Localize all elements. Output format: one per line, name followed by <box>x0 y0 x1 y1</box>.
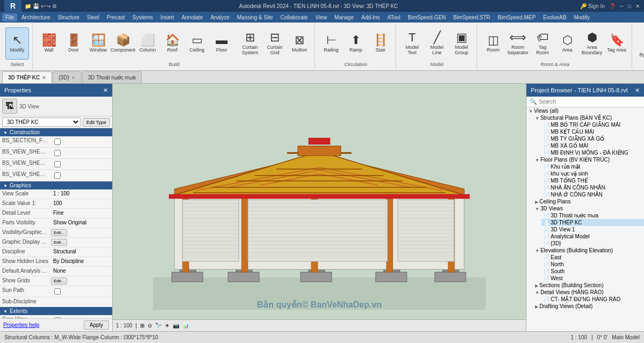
ribbon-btn-mullion[interactable]: ⊠ Mullion <box>288 27 311 60</box>
show-grids-edit-btn[interactable]: Edit... <box>51 278 67 284</box>
tab-close-3d[interactable]: ✕ <box>71 75 76 81</box>
menu-annotate[interactable]: Annotate <box>178 13 206 21</box>
menu-view[interactable]: View <box>312 13 331 21</box>
menu-steel[interactable]: Steel <box>84 13 103 21</box>
tree-item-mb-tong-the[interactable]: 📄 MB TỔNG THỂ <box>541 177 644 184</box>
menu-manage[interactable]: Manage <box>331 13 357 21</box>
search-input[interactable] <box>539 99 641 105</box>
properties-close-icon[interactable]: ✕ <box>103 87 108 94</box>
window-maximize[interactable]: □ <box>628 3 631 9</box>
menu-collaborate[interactable]: Collaborate <box>277 13 311 21</box>
viewport[interactable]: Bản quyền© BanVeNhaDep.vn 1 : 100 | ⊞ ⊙ … <box>113 84 526 331</box>
bs-view-sheet-2-cb[interactable] <box>54 161 61 167</box>
view-cube-icon[interactable]: ⊞ <box>140 323 144 329</box>
tab-close-3d-thep-kc[interactable]: ✕ <box>42 75 46 81</box>
tree-item-analytical-model[interactable]: 📄 Analytical Model <box>541 233 644 240</box>
ribbon-btn-room-separator[interactable]: ⟺ Room Separator <box>506 27 530 60</box>
ribbon-btn-column[interactable]: ⬜ Column <box>136 27 159 60</box>
view-controls-icon[interactable]: 🔭 <box>155 323 162 329</box>
tree-item-ct-mat-dung[interactable]: 📄 CT- MẶT ĐỨNG HÀNG RÀO <box>541 296 644 303</box>
tree-item-mb-ket-cau[interactable]: 📄 MB KẾT CẤU MÁI <box>541 128 644 135</box>
tree-item-3d-default[interactable]: 📄 {3D} <box>541 240 644 247</box>
tree-elevations[interactable]: Elevations (Building Elevation) <box>533 247 644 254</box>
ribbon-btn-window[interactable]: 🪟 Window <box>86 27 110 60</box>
tree-detail-views[interactable]: Detail Views (HÀNG RÀO) <box>533 289 644 296</box>
tree-item-south[interactable]: 📄 South <box>541 268 644 275</box>
ribbon-btn-tag-room[interactable]: 🏷 Tag Room <box>531 27 554 60</box>
tree-item-3d-thoat-nuoc[interactable]: 📄 3D Thoát nước mưa <box>541 212 644 219</box>
tab-3d[interactable]: {3D} ✕ <box>53 71 81 83</box>
tree-ceiling-plans[interactable]: Ceiling Plans <box>533 198 644 205</box>
tree-floor-plans[interactable]: Floor Plans (BV KIẾN TRÚC) <box>533 156 644 163</box>
properties-help-link[interactable]: Properties help <box>3 322 39 328</box>
edit-type-button[interactable]: Edit Type <box>83 118 110 127</box>
extents-section[interactable]: Extents <box>0 307 112 315</box>
menu-file[interactable]: File <box>2 13 17 21</box>
ribbon-btn-ramp[interactable]: ⬆ Ramp <box>344 27 368 60</box>
menu-precast[interactable]: Precast <box>104 13 128 21</box>
ribbon-btn-floor[interactable]: ▬ Floor <box>210 27 233 60</box>
ribbon-btn-stair[interactable]: 🪜 Stair <box>369 27 392 60</box>
menu-bimspeed-mep[interactable]: BimSpeed.MEP <box>495 13 539 21</box>
tree-item-mb-dinh-vi[interactable]: 📄 MB ĐỊNH VỊ MÓNG - ĐÀ KIỀNG <box>541 149 644 156</box>
steering-wheel-icon[interactable]: ⊙ <box>148 323 152 329</box>
tab-3d-thep-kc[interactable]: 3D THÉP KC ✕ <box>2 71 52 83</box>
menu-structure[interactable]: Structure <box>54 13 83 21</box>
ribbon-btn-modify[interactable]: ↖ Modify <box>5 27 29 60</box>
tree-sections[interactable]: Sections (Building Section) <box>533 282 644 289</box>
ribbon-btn-area[interactable]: ⬡ Area <box>555 27 579 60</box>
tree-item-nha-o-cong-nhan[interactable]: 📄 NHÀ Ở CÔNG NHÂN <box>541 191 644 198</box>
tree-item-east[interactable]: 📄 East <box>541 254 644 261</box>
tree-item-mb-ty-giang[interactable]: 📄 MB TY GIẰNG XÀ GỒ <box>541 135 644 142</box>
ribbon-btn-ceiling[interactable]: ▭ Ceiling <box>185 27 209 60</box>
window-close[interactable]: ✕ <box>635 3 640 9</box>
ribbon-btn-wall[interactable]: 🧱 Wall <box>37 27 61 60</box>
menu-evolveab[interactable]: EvolveAB <box>540 13 569 21</box>
ribbon-btn-area-boundary[interactable]: ⬢ Area Boundary <box>580 27 604 60</box>
graphic-display-edit-btn[interactable]: Edit... <box>51 239 67 246</box>
help-btn[interactable]: ❓ <box>609 3 616 9</box>
ribbon-btn-by-face[interactable]: ◱ By Face <box>636 32 644 64</box>
menu-architecture[interactable]: Architecture <box>18 13 53 21</box>
tree-item-nha-an-cong-nhan[interactable]: 📄 NHÀ ĂN CÔNG NHÂN <box>541 184 644 191</box>
menu-analyze[interactable]: Analyze <box>207 13 233 21</box>
ribbon-btn-curtain-grid[interactable]: ⊟ Curtain Grid <box>263 27 287 60</box>
tree-item-mb-bo-tri[interactable]: 📄 MB BỐ TRÍ CÁP GIẰNG MÁI <box>541 121 644 128</box>
render-icon[interactable]: 📷 <box>173 323 179 329</box>
tree-item-mb-xa-goi[interactable]: 📄 MB XÀ GỒ MÁI <box>541 142 644 149</box>
menu-atool[interactable]: ATool <box>384 13 404 21</box>
tree-item-3d-thep-kc[interactable]: 📄 3D THÉP KC <box>541 219 644 226</box>
ribbon-btn-model-group[interactable]: ▣ Model Group <box>450 27 473 60</box>
bs-section-filter-cb[interactable] <box>54 138 61 145</box>
project-browser-close-icon[interactable]: ✕ <box>635 87 640 94</box>
ribbon-btn-curtain-system[interactable]: ⊞ Curtain System <box>238 27 262 60</box>
tree-item-west[interactable]: 📄 West <box>541 275 644 282</box>
tree-item-north[interactable]: 📄 North <box>541 261 644 268</box>
analysis-display-icon[interactable]: 📊 <box>182 323 189 329</box>
tab-3d-thoat-nuoc[interactable]: 3D Thoát nước mưa <box>82 71 142 83</box>
sun-path-cb[interactable] <box>54 288 61 295</box>
apply-button[interactable]: Apply <box>84 320 109 330</box>
ribbon-btn-model-text[interactable]: T Model Text <box>400 27 424 60</box>
tree-root-views[interactable]: Views (all) <box>526 107 644 114</box>
tree-3d-views[interactable]: 3D Views <box>533 205 644 212</box>
ribbon-btn-room[interactable]: ◫ Room <box>481 27 505 60</box>
graphics-section[interactable]: Graphics <box>0 181 112 189</box>
bs-view-sheet-1-cb[interactable] <box>54 150 61 156</box>
tree-drafting-views[interactable]: Drafting Views (Detail) <box>533 303 644 310</box>
sign-in[interactable]: 🔑 Sign In <box>580 3 605 9</box>
ribbon-btn-door[interactable]: 🚪 Door <box>62 27 85 60</box>
tree-item-khu-rua-mat[interactable]: 📄 Khu rửa mặt <box>541 163 644 170</box>
tree-item-3d-view-1[interactable]: 📄 3D View 1 <box>541 226 644 233</box>
visibility-graphics-edit-btn[interactable]: Edit... <box>51 229 67 236</box>
bs-view-sheet-3-cb[interactable] <box>54 172 61 179</box>
menu-insert[interactable]: Insert <box>157 13 177 21</box>
menu-massing[interactable]: Massing & Site <box>234 13 276 21</box>
menu-addins[interactable]: Add-Ins <box>358 13 383 21</box>
view-name-dropdown[interactable]: 3D THÉP KC <box>2 118 80 127</box>
ribbon-btn-model-line[interactable]: ╱ Model Line <box>425 27 449 60</box>
menu-bimspeed-gen[interactable]: BimSpeed.GEN <box>405 13 449 21</box>
construction-section[interactable]: Construction <box>0 128 112 136</box>
menu-systems[interactable]: Systems <box>129 13 156 21</box>
ribbon-btn-tag-area[interactable]: 🔖 Tag Area <box>605 27 628 60</box>
